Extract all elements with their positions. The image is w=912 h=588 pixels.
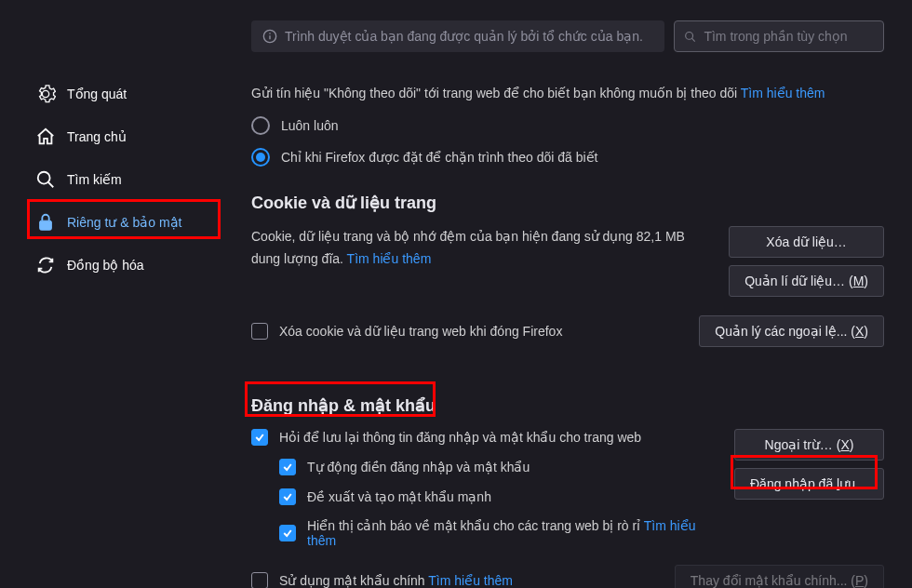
sidebar-item-search[interactable]: Tìm kiếm <box>0 158 225 201</box>
dnt-learn-more-link[interactable]: Tìm hiểu thêm <box>741 86 825 100</box>
checkbox-label: Xóa cookie và dữ liệu trang web khi đóng… <box>279 324 562 339</box>
delete-on-close-row[interactable]: Xóa cookie và dữ liệu trang web khi đóng… <box>251 323 562 340</box>
sidebar-item-privacy[interactable]: Riêng tư & bảo mật <box>0 201 225 244</box>
managed-notice-text: Trình duyệt của bạn đang được quản lý bở… <box>285 29 643 44</box>
checkbox-icon[interactable] <box>251 429 268 446</box>
svg-point-0 <box>38 172 50 184</box>
checkbox-label: Hiển thị cảnh báo về mật khẩu cho các tr… <box>307 518 716 548</box>
cookies-section-title: Cookie và dữ liệu trang <box>251 193 884 213</box>
change-master-password-button: Thay đổi mật khẩu chính... (P) <box>675 565 884 588</box>
dnt-always-row[interactable]: Luôn luôn <box>251 116 884 135</box>
managed-notice[interactable]: Trình duyệt của bạn đang được quản lý bở… <box>251 20 664 52</box>
checkbox-icon[interactable] <box>279 488 296 505</box>
checkbox-label: Sử dụng mật khẩu chính Tìm hiểu thêm <box>279 573 513 588</box>
manage-exceptions-button[interactable]: Quản lý các ngoại lệ... (X) <box>699 315 884 347</box>
svg-point-6 <box>686 32 693 39</box>
sidebar-label: Tìm kiếm <box>67 172 122 187</box>
checkbox-label: Đề xuất và tạo mật khẩu mạnh <box>307 489 491 504</box>
radio-label: Luôn luôn <box>281 118 339 133</box>
svg-point-5 <box>269 33 271 34</box>
ask-save-logins-row[interactable]: Hỏi để lưu lại thông tin đăng nhập và mậ… <box>251 429 716 446</box>
radio-icon[interactable] <box>251 116 270 135</box>
sidebar-label: Trang chủ <box>67 129 127 144</box>
checkbox-label: Tự động điền đăng nhập và mật khẩu <box>307 460 530 474</box>
svg-line-7 <box>691 38 694 41</box>
login-exceptions-button[interactable]: Ngoại trừ… (X) <box>734 429 884 461</box>
radio-icon[interactable] <box>251 148 270 167</box>
settings-sidebar: Tổng quát Trang chủ Tìm kiếm Riêng tư & … <box>0 0 225 588</box>
sync-icon <box>35 255 56 275</box>
cookies-learn-more-link[interactable]: Tìm hiểu thêm <box>347 251 432 266</box>
lock-icon <box>35 212 56 233</box>
sidebar-item-general[interactable]: Tổng quát <box>0 73 225 115</box>
settings-content: Trình duyệt của bạn đang được quản lý bở… <box>225 0 912 588</box>
sidebar-label: Tổng quát <box>67 87 127 101</box>
dnt-only-blocking-row[interactable]: Chỉ khi Firefox được đặt để chặn trình t… <box>251 148 884 167</box>
sidebar-label: Riêng tư & bảo mật <box>67 215 182 230</box>
checkbox-icon[interactable] <box>251 572 268 588</box>
master-pw-learn-more-link[interactable]: Tìm hiểu thêm <box>428 573 513 588</box>
search-icon <box>684 30 696 44</box>
manage-data-button[interactable]: Quản lí dữ liệu… (M) <box>729 265 884 297</box>
checkbox-icon[interactable] <box>279 459 296 475</box>
checkbox-icon[interactable] <box>279 525 296 541</box>
dnt-description: Gửi tín hiệu "Không theo dõi" tới trang … <box>251 84 884 103</box>
breach-alerts-row[interactable]: Hiển thị cảnh báo về mật khẩu cho các tr… <box>279 518 716 548</box>
suggest-passwords-row[interactable]: Đề xuất và tạo mật khẩu mạnh <box>279 488 716 505</box>
autofill-logins-row[interactable]: Tự động điền đăng nhập và mật khẩu <box>279 459 716 475</box>
sidebar-item-home[interactable]: Trang chủ <box>0 115 225 158</box>
svg-line-1 <box>48 182 54 188</box>
sidebar-item-sync[interactable]: Đồng bộ hóa <box>0 244 225 287</box>
sidebar-label: Đồng bộ hóa <box>67 258 144 273</box>
radio-label: Chỉ khi Firefox được đặt để chặn trình t… <box>281 150 598 165</box>
checkbox-label: Hỏi để lưu lại thông tin đăng nhập và mậ… <box>279 430 641 445</box>
clear-data-button[interactable]: Xóa dữ liệu… <box>729 226 884 258</box>
saved-logins-button[interactable]: Đăng nhập đã lưu… <box>734 468 884 500</box>
checkbox-icon[interactable] <box>251 323 268 340</box>
gear-icon <box>35 84 56 104</box>
cookies-usage-text: Cookie, dữ liệu trang và bộ nhớ đệm của … <box>251 226 710 271</box>
home-icon <box>35 127 56 147</box>
master-password-row[interactable]: Sử dụng mật khẩu chính Tìm hiểu thêm <box>251 572 513 588</box>
settings-search-input[interactable] <box>704 29 874 44</box>
logins-section-title: Đăng nhập & mật khẩu <box>251 395 884 416</box>
settings-search[interactable] <box>674 20 884 52</box>
info-icon <box>262 29 277 44</box>
svg-rect-2 <box>40 220 52 230</box>
search-icon <box>35 169 56 190</box>
